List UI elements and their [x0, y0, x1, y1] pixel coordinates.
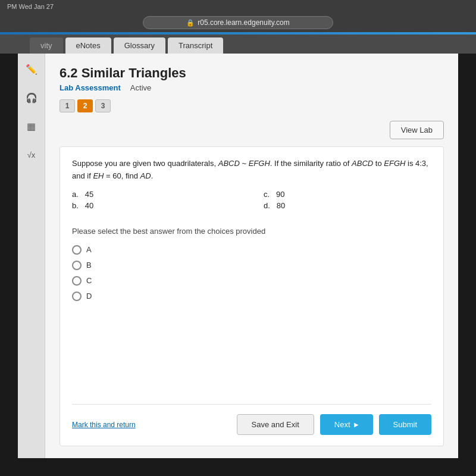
sidebar: ✏️ 🎧 ▦ √x: [18, 54, 45, 458]
headphone-icon[interactable]: 🎧: [22, 88, 41, 107]
formula-icon[interactable]: √x: [22, 145, 41, 164]
radio-option-d[interactable]: D: [72, 292, 431, 301]
page-title: 6.2 Similar Triangles: [60, 65, 444, 81]
radio-circle-c[interactable]: [72, 276, 82, 286]
pencil-icon[interactable]: ✏️: [22, 60, 41, 79]
calculator-icon[interactable]: ▦: [22, 117, 41, 136]
radio-label-b: B: [86, 261, 92, 270]
address-input[interactable]: 🔒r05.core.learn.edgenuity.com: [143, 16, 333, 29]
radio-group: A B C D: [72, 245, 431, 301]
radio-option-b[interactable]: B: [72, 261, 431, 270]
question-tab-2[interactable]: 2: [77, 99, 93, 112]
tab-transcript[interactable]: Transcript: [168, 37, 223, 54]
tab-activity[interactable]: vity: [30, 37, 63, 54]
question-text: Suppose you are given two quadrilaterals…: [72, 158, 431, 183]
subtitle-label: Lab Assessment: [60, 83, 121, 92]
radio-option-c[interactable]: C: [72, 276, 431, 286]
radio-circle-d[interactable]: [72, 292, 82, 301]
address-bar: 🔒r05.core.learn.edgenuity.com: [0, 13, 476, 32]
lock-icon: 🔒: [186, 19, 195, 26]
next-button[interactable]: Next: [320, 414, 373, 435]
save-exit-button[interactable]: Save and Exit: [237, 414, 314, 435]
question-tab-3[interactable]: 3: [95, 99, 111, 112]
blue-stripe: [0, 32, 476, 35]
question-tabs: 1 2 3: [60, 99, 444, 112]
question-tab-1[interactable]: 1: [60, 99, 75, 112]
content-panel: 6.2 Similar Triangles Lab Assessment Act…: [45, 54, 458, 458]
choice-c: c. 90: [264, 190, 431, 199]
radio-option-a[interactable]: A: [72, 245, 431, 255]
submit-button[interactable]: Submit: [379, 414, 431, 435]
bezel: PM Wed Jan 27 🔒r05.core.learn.edgenuity.…: [0, 0, 476, 476]
nav-tabs-row: vity eNotes Glossary Transcript: [0, 32, 476, 54]
select-prompt: Please select the best answer from the c…: [72, 227, 431, 236]
tab-glossary[interactable]: Glossary: [114, 37, 165, 54]
tab-enotes[interactable]: eNotes: [65, 37, 111, 54]
mark-link[interactable]: Mark this and return: [72, 421, 136, 429]
question-card: Suppose you are given two quadrilaterals…: [60, 146, 444, 446]
main-area: ✏️ 🎧 ▦ √x 6.2 Similar Triangles Lab Asse…: [18, 54, 458, 458]
radio-label-d: D: [86, 292, 92, 300]
status-time: PM Wed Jan 27: [7, 3, 54, 10]
choice-b: b. 40: [72, 201, 240, 210]
radio-circle-b[interactable]: [72, 261, 82, 270]
view-lab-button[interactable]: View Lab: [390, 121, 444, 139]
action-buttons: Save and Exit Next Submit: [237, 414, 431, 435]
choices-grid: a. 45 c. 90 b. 40 d. 80: [72, 190, 431, 210]
status-bar: PM Wed Jan 27: [0, 0, 476, 13]
radio-label-c: C: [86, 276, 92, 285]
radio-label-a: A: [86, 245, 92, 254]
subtitle-row: Lab Assessment Active: [60, 83, 444, 92]
status-badge: Active: [130, 83, 151, 92]
choice-d: d. 80: [264, 201, 431, 210]
radio-circle-a[interactable]: [72, 245, 82, 255]
action-row: Mark this and return Save and Exit Next …: [72, 404, 431, 435]
choice-a: a. 45: [72, 190, 240, 199]
address-text: r05.core.learn.edgenuity.com: [198, 18, 290, 27]
browser-chrome: PM Wed Jan 27 🔒r05.core.learn.edgenuity.…: [0, 0, 476, 54]
view-lab-row: View Lab: [60, 121, 444, 139]
